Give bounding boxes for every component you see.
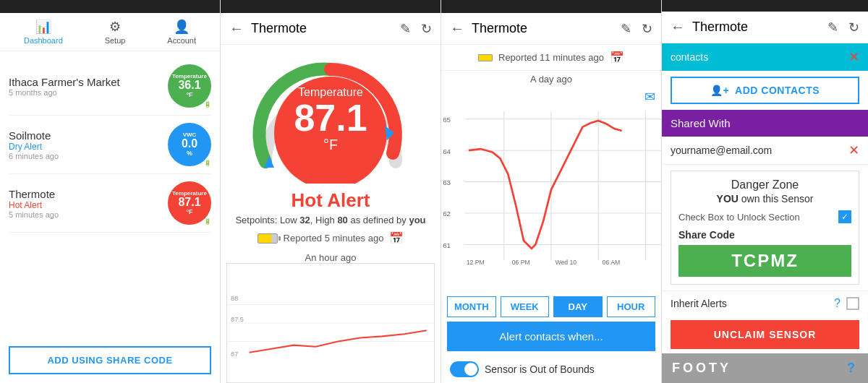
inherit-alerts-checkbox[interactable] <box>846 297 859 310</box>
cyan-contacts-bar: contacts ✕ <box>662 43 868 71</box>
sensor-name-3: Thermote <box>9 188 168 200</box>
gauge-wrap-1: Temperature 36.1 °F 🔋 <box>168 64 211 108</box>
gauge-unit-3: °F <box>186 208 192 215</box>
gauge-center: Temperature 87.1 °F <box>294 86 367 153</box>
gauge-unit-1: °F <box>186 91 192 98</box>
unlock-checkbox-label: Check Box to Unlock Section <box>678 212 800 223</box>
sensor-out-toggle[interactable] <box>450 361 479 377</box>
small-chart-svg: 88 87.5 87 <box>227 264 434 382</box>
footy-question-icon[interactable]: ? <box>847 361 858 376</box>
tab-month[interactable]: MONTH <box>447 296 496 317</box>
sensor-time-3: 5 minutes ago <box>9 210 168 219</box>
back-arrow-4[interactable]: ← <box>671 19 685 35</box>
unlock-checkbox[interactable]: ✓ <box>838 210 851 223</box>
sensor-name-2: Soilmote <box>9 129 168 142</box>
shared-email-row: yourname@email.com ✕ <box>662 137 868 165</box>
footy-text: FOOTY <box>672 361 731 376</box>
hot-alert-label: Hot Alert <box>221 189 441 212</box>
alert-contacts-button[interactable]: Alert contacts when... <box>447 322 655 351</box>
remove-email-button[interactable]: ✕ <box>848 142 859 158</box>
nav-dashboard[interactable]: 📊 Dashboard <box>24 19 63 45</box>
tab-week[interactable]: WEEK <box>501 296 550 317</box>
inherit-alerts-row: Inherit Alerts ? <box>662 291 868 316</box>
gauge-temp-value: 87.1 <box>294 99 367 137</box>
panel-thermote-gauge: ← Thermote ✎ ↻ Temperature 87.1 °F H <box>221 0 441 383</box>
back-arrow-2[interactable]: ← <box>229 20 244 37</box>
sensor-row-soilmote[interactable]: Soilmote Dry Alert 6 minutes ago VWC 0.0… <box>9 116 211 174</box>
big-gauge-area: Temperature 87.1 °F <box>221 45 441 186</box>
unlock-checkbox-row: Check Box to Unlock Section ✓ <box>678 210 851 223</box>
edit-icon-4[interactable]: ✎ <box>827 20 838 35</box>
shared-with-bar: Shared With <box>662 110 868 137</box>
edit-icon-3[interactable]: ✎ <box>621 21 631 37</box>
danger-zone-title: Danger Zone <box>678 178 851 192</box>
inherit-help-icon[interactable]: ? <box>834 297 841 310</box>
calendar-icon-3: 📅 <box>610 51 624 64</box>
inherit-alerts-label: Inherit Alerts <box>671 298 828 309</box>
gauge-value-1: 36.1 <box>178 79 200 91</box>
chart-area-3: 65 64 63 62 61 12 PM 06 PM Wed 10 06 AM <box>441 87 661 292</box>
dashboard-icon: 📊 <box>35 19 51 35</box>
sensor-info-1: Ithaca Farmer's Market 5 months ago <box>9 76 168 97</box>
main-chart-svg: 65 64 63 62 61 12 PM 06 PM Wed 10 06 AM <box>441 87 661 292</box>
sensor-info-3: Thermote Hot Alert 5 minutes ago <box>9 188 168 219</box>
gauge-value-2: 0.0 <box>182 138 197 150</box>
tab-hour[interactable]: HOUR <box>607 296 656 317</box>
chart-label-2: An hour ago <box>221 252 441 263</box>
setpoints-text: Setpoints: Low 32, High 80 as defined by… <box>221 215 441 225</box>
sensor-alert-2: Dry Alert <box>9 142 168 152</box>
nav-setup[interactable]: ⚙ Setup <box>105 19 126 45</box>
sensor-row-farmers-market[interactable]: Ithaca Farmer's Market 5 months ago Temp… <box>9 57 211 116</box>
svg-text:06 AM: 06 AM <box>603 259 621 266</box>
batt-icon-3: 🔋 <box>204 218 211 225</box>
add-share-code-button[interactable]: ADD USING SHARE CODE <box>9 346 211 374</box>
svg-text:06 PM: 06 PM <box>512 259 530 266</box>
svg-text:87: 87 <box>231 350 238 358</box>
svg-text:88: 88 <box>231 295 238 302</box>
share-code-title: Share Code <box>678 229 851 241</box>
tab-day[interactable]: DAY <box>553 296 603 317</box>
contacts-close-button[interactable]: ✕ <box>848 49 859 65</box>
panel3-title: Thermote <box>472 21 621 36</box>
chart-area-2: 88 87.5 87 <box>226 263 435 383</box>
person-add-icon: 👤+ <box>710 85 729 96</box>
danger-zone-box: Danger Zone YOU own this Sensor Check Bo… <box>671 171 859 285</box>
top-bar-3 <box>441 0 661 13</box>
unclaim-sensor-button[interactable]: UNCLAIM SENSOR <box>671 320 859 349</box>
setup-icon: ⚙ <box>109 19 121 35</box>
gauge-wrap-2: VWC 0.0 % 🔋 <box>168 123 211 166</box>
svg-text:63: 63 <box>443 178 451 186</box>
edit-icon-2[interactable]: ✎ <box>400 21 411 37</box>
refresh-icon-4[interactable]: ↻ <box>848 20 859 35</box>
sensor-list: Ithaca Farmer's Market 5 months ago Temp… <box>0 51 220 337</box>
sensor-info-2: Soilmote Dry Alert 6 minutes ago <box>9 129 168 160</box>
svg-text:62: 62 <box>443 210 451 218</box>
p3-reported-row: Reported 11 minutes ago 📅 <box>441 45 661 71</box>
svg-text:65: 65 <box>443 116 451 124</box>
nav-account[interactable]: 👤 Account <box>167 19 196 45</box>
panel2-title: Thermote <box>251 21 400 36</box>
panel2-icons: ✎ ↻ <box>400 21 432 37</box>
nav-bar: 📊 Dashboard ⚙ Setup 👤 Account <box>0 13 220 51</box>
panel3-header: ← Thermote ✎ ↻ <box>441 13 661 45</box>
chart-label-3: A day ago <box>441 71 661 87</box>
add-contacts-button[interactable]: 👤+ ADD CONTACTS <box>671 77 859 104</box>
batt-icon-1: 🔋 <box>204 101 211 108</box>
sensor-out-label: Sensor is Out of Bounds <box>485 363 595 375</box>
panel-share-contacts: ← Thermote ✎ ↻ contacts ✕ 👤+ ADD CONTACT… <box>662 0 868 383</box>
gauge-wrap-3: Temperature 87.1 °F 🔋 <box>168 181 211 225</box>
reported-row-2: Reported 5 minutes ago 📅 <box>221 231 441 245</box>
panel3-icons: ✎ ↻ <box>621 21 652 37</box>
calendar-icon-2: 📅 <box>389 231 404 245</box>
nav-dashboard-label: Dashboard <box>24 36 63 45</box>
refresh-icon-2[interactable]: ↻ <box>421 21 432 37</box>
gauge-unit-2: % <box>187 150 192 157</box>
back-arrow-3[interactable]: ← <box>450 20 464 37</box>
sensor-alert-3: Hot Alert <box>9 200 168 210</box>
shared-email-address: yourname@email.com <box>671 145 848 156</box>
svg-text:12 PM: 12 PM <box>467 259 485 266</box>
sensor-row-thermote[interactable]: Thermote Hot Alert 5 minutes ago Tempera… <box>9 174 211 233</box>
battery-icon-2 <box>258 233 278 244</box>
refresh-icon-3[interactable]: ↻ <box>642 21 652 37</box>
reported-text-2: Reported 5 minutes ago <box>284 233 384 244</box>
